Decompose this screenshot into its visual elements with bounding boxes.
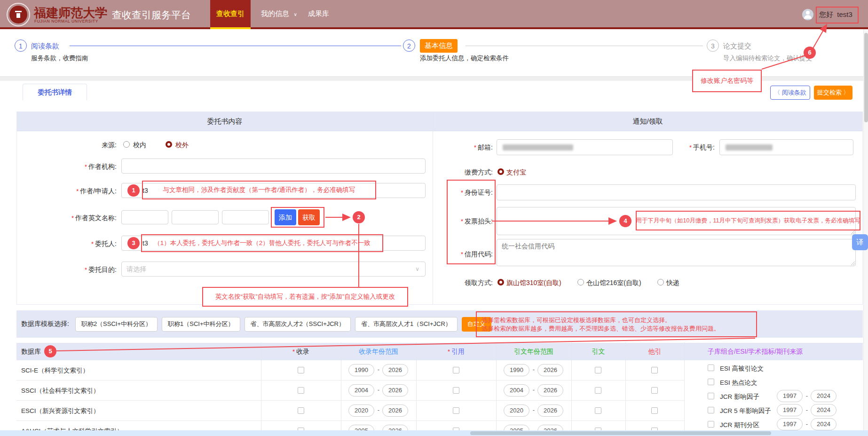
template-button-zhicheng2[interactable]: 职称2（SSCI+中科分区）: [75, 317, 158, 332]
citations-checkbox[interactable]: [595, 367, 601, 373]
jcr-quartile-year-from[interactable]: 1997: [777, 418, 803, 430]
incl-year-to[interactable]: 2026: [382, 384, 408, 396]
template-button-talent1[interactable]: 省、市高层次人才1（SCI+JCR）: [355, 317, 458, 332]
chevron-down-icon: ∨: [415, 262, 419, 276]
credit-code-textarea[interactable]: [497, 239, 856, 266]
cited-checkbox[interactable]: [453, 387, 459, 394]
jcr-if5-checkbox[interactable]: [708, 407, 714, 413]
annotation-note-2: 英文名按“获取”自动填写，若有遗漏，按“添加”自定义输入或更改: [202, 287, 408, 307]
pickup-option-cangshan[interactable]: 仓山馆216室(自取): [586, 279, 641, 287]
citations-checkbox[interactable]: [595, 387, 601, 394]
cite-year-to[interactable]: 2026: [537, 404, 563, 417]
step2-badge: 基本信息: [420, 39, 458, 53]
phone-input[interactable]: [719, 139, 853, 155]
horizontal-scrollbar-thumb[interactable]: [470, 431, 771, 435]
step1-connector: [70, 46, 401, 46]
annotation-frame-greeting: [816, 7, 859, 24]
translate-button[interactable]: 译: [852, 234, 868, 250]
read-terms-button[interactable]: 〈 阅读条款: [770, 86, 810, 100]
esi-highcited-checkbox[interactable]: [708, 365, 714, 371]
template-button-zhicheng1[interactable]: 职称1（SCI+中科分区）: [162, 317, 240, 332]
annotation-circle-1: 1: [127, 184, 140, 197]
source-radio-oncampus[interactable]: [123, 141, 130, 148]
jcr-if-year-to[interactable]: 2024: [811, 390, 836, 402]
nav-item-myinfo[interactable]: 我的信息 ∨: [261, 0, 297, 29]
jcr-if5-year-to[interactable]: 2024: [811, 404, 836, 416]
template-button-talent2[interactable]: 省、市高层次人才2（SSCI+JCR）: [245, 317, 351, 332]
db-col-header-cited: *引用: [423, 348, 489, 356]
jcr-quartile-year-to[interactable]: 2024: [811, 418, 836, 430]
applicant-label: *作者/申请人:: [14, 187, 117, 196]
step2-connector: [466, 46, 703, 46]
nav-item-chashou[interactable]: 查收查引: [210, 0, 251, 29]
client-label: *委托人:: [14, 240, 117, 248]
purpose-select[interactable]: 请选择 ∨: [121, 262, 426, 277]
included-checkbox[interactable]: [298, 367, 304, 373]
vertical-scrollbar[interactable]: [863, 29, 868, 430]
source-option-offcampus[interactable]: 校外: [175, 141, 189, 150]
chevron-down-icon: ∨: [293, 12, 297, 17]
org-label: *作者机构:: [14, 163, 117, 171]
incl-year-to[interactable]: 2026: [382, 364, 408, 376]
citations-checkbox[interactable]: [595, 407, 601, 414]
horizontal-scrollbar[interactable]: [0, 430, 868, 436]
table-row: ESCI（新兴资源引文索引） 2020 - 2026 2020 - 2026: [16, 401, 684, 421]
annotation-frame-add-fetch: [271, 207, 324, 228]
db-col-header-citations: 引文: [571, 348, 625, 356]
cited-checkbox[interactable]: [453, 367, 459, 373]
panel-divider: [433, 112, 433, 304]
othercited-checkbox[interactable]: [651, 367, 658, 373]
db-col-header-included: *收录: [268, 348, 334, 356]
jcr-if5-year-from[interactable]: 1997: [777, 404, 803, 416]
incl-year-to[interactable]: 2026: [382, 404, 408, 417]
incl-year-from[interactable]: 1990: [348, 364, 374, 376]
pickup-option-express[interactable]: 快递: [666, 279, 679, 287]
jcr-if-checkbox[interactable]: [708, 393, 714, 399]
annotation-note-5-line1: 选择需检索数据库，可根据已设定模板选择数据库，也可自定义选择。: [481, 316, 671, 325]
tab-weituoshu-details[interactable]: 委托书详情: [23, 84, 87, 100]
email-input[interactable]: [497, 139, 673, 155]
cite-year-from[interactable]: 2004: [504, 384, 529, 396]
table-row: SSCI（社会科学引文索引） 2004 - 2026 2004 - 2026: [16, 381, 684, 401]
cite-year-to[interactable]: 2026: [537, 364, 563, 376]
en-name-input-2[interactable]: [172, 210, 219, 224]
en-name-input-1[interactable]: [121, 210, 168, 224]
vertical-scrollbar-thumb[interactable]: [864, 33, 868, 122]
incl-year-from[interactable]: 2004: [348, 384, 374, 396]
incl-year-from[interactable]: 2020: [348, 404, 374, 417]
jcr-quartile-checkbox[interactable]: [708, 421, 714, 428]
pickup-option-qishan[interactable]: 旗山馆310室(自取): [506, 279, 561, 287]
cite-year-from[interactable]: 2020: [504, 404, 529, 417]
id-number-input[interactable]: [497, 184, 856, 200]
pickup-radio-qishan[interactable]: [497, 279, 504, 285]
included-checkbox[interactable]: [298, 407, 304, 414]
en-name-input-3[interactable]: [222, 210, 269, 224]
step3-circle: 3: [707, 40, 719, 52]
email-label: *邮箱:: [433, 143, 493, 152]
db-name: SCI-E（科学引文索引）: [21, 366, 89, 375]
user-avatar-icon[interactable]: [802, 9, 813, 20]
jcr-if-year-from[interactable]: 1997: [777, 390, 803, 402]
othercited-checkbox[interactable]: [651, 387, 658, 394]
pickup-method-label: 领取方式:: [433, 279, 493, 287]
cite-year-from[interactable]: 1990: [504, 364, 529, 376]
pay-radio-alipay[interactable]: [497, 168, 504, 175]
included-checkbox[interactable]: [298, 387, 304, 394]
org-input[interactable]: [121, 159, 426, 174]
othercited-checkbox[interactable]: [651, 407, 658, 414]
source-option-oncampus[interactable]: 校内: [133, 141, 146, 150]
submit-search-button[interactable]: 提交检索 〉: [814, 86, 852, 100]
nav-item-results[interactable]: 成果库: [308, 0, 329, 29]
pay-option-alipay[interactable]: 支付宝: [506, 168, 526, 177]
source-radio-offcampus[interactable]: [166, 141, 172, 148]
pickup-radio-cangshan[interactable]: [577, 279, 584, 285]
db-name: SSCI（社会科学引文索引）: [21, 387, 100, 395]
esi-hot-checkbox[interactable]: [708, 379, 714, 385]
cited-checkbox[interactable]: [453, 407, 459, 414]
sub-option-label: JCR 期刊分区: [720, 421, 759, 429]
pickup-radio-express[interactable]: [657, 279, 664, 285]
nav-item-label: 成果库: [308, 9, 329, 17]
step2-circle: 2: [403, 40, 415, 52]
cite-year-to[interactable]: 2026: [537, 384, 563, 396]
purpose-label: *委托目的:: [14, 266, 117, 274]
